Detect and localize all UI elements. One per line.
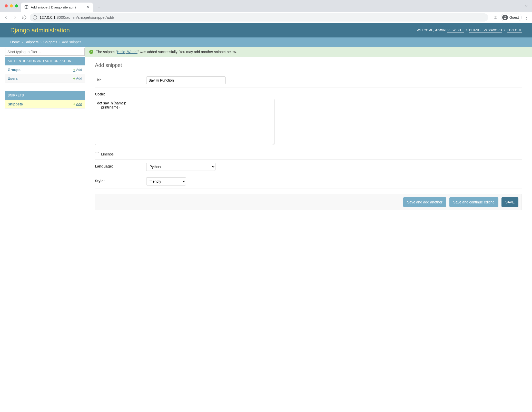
browser-chrome: Add snippet | Django site admi ✕ + i 127… xyxy=(0,0,532,23)
tab-title: Add snippet | Django site admi xyxy=(31,5,85,9)
model-link-groups[interactable]: Groups xyxy=(8,68,21,72)
field-title-row: Title: xyxy=(95,73,522,87)
snippet-form: Title: Code: def say_hi(name): print(nam… xyxy=(95,73,522,210)
language-label: Language: xyxy=(95,163,144,168)
nav-sidebar: AUTHENTICATION AND AUTHORIZATION Groups … xyxy=(0,47,85,109)
user-tools: WELCOME, ADMIN. VIEW SITE / CHANGE PASSW… xyxy=(417,28,522,32)
tabs-dropdown-icon[interactable] xyxy=(524,4,528,9)
address-bar[interactable]: i 127.0.0.1:8000/admin/snippets/snippet/… xyxy=(30,13,488,22)
check-icon: ✓ xyxy=(89,50,93,54)
change-password-link[interactable]: CHANGE PASSWORD xyxy=(469,28,502,33)
app-caption-auth[interactable]: AUTHENTICATION AND AUTHORIZATION xyxy=(5,57,85,65)
app-snippets: SNIPPETS Snippets +Add xyxy=(5,91,85,109)
page-title: Add snippet xyxy=(95,62,522,68)
style-label: Style: xyxy=(95,177,144,183)
success-message: ✓ The snippet "Hello, World!" was added … xyxy=(85,47,532,57)
model-link-users[interactable]: Users xyxy=(8,76,18,81)
window-maximize-icon[interactable] xyxy=(15,4,18,7)
globe-icon xyxy=(24,5,29,10)
back-button[interactable] xyxy=(2,14,10,21)
avatar-icon xyxy=(502,15,508,20)
tab-close-icon[interactable]: ✕ xyxy=(87,5,90,9)
save-button[interactable]: SAVE xyxy=(501,197,518,207)
language-select[interactable]: Python xyxy=(146,163,215,171)
breadcrumb-current: Add snippet xyxy=(62,40,81,44)
app-caption-snippets[interactable]: SNIPPETS xyxy=(5,91,85,100)
message-link[interactable]: Hello, World! xyxy=(117,50,137,54)
plus-icon: + xyxy=(73,76,75,81)
plus-icon: + xyxy=(73,102,75,106)
site-info-icon[interactable]: i xyxy=(33,15,37,19)
browser-toolbar: i 127.0.0.1:8000/admin/snippets/snippet/… xyxy=(0,12,532,23)
breadcrumb-home[interactable]: Home xyxy=(10,40,20,44)
breadcrumb-app[interactable]: Snippets xyxy=(25,40,38,44)
title-label: Title: xyxy=(95,76,144,82)
sidebar-filter-input[interactable] xyxy=(5,48,85,56)
reload-button[interactable] xyxy=(21,14,28,21)
code-label: Code: xyxy=(95,91,144,96)
menu-icon[interactable]: ⋮ xyxy=(523,15,530,20)
window-controls xyxy=(3,0,21,12)
svg-point-3 xyxy=(504,16,506,17)
logout-link[interactable]: LOG OUT xyxy=(507,28,522,33)
welcome-text: WELCOME, xyxy=(417,28,434,32)
model-link-snippets[interactable]: Snippets xyxy=(8,102,23,106)
sidebar-item-groups: Groups +Add xyxy=(5,65,85,74)
main-content: ✓ The snippet "Hello, World!" was added … xyxy=(85,47,532,221)
field-code-row: Code: def say_hi(name): print(name) xyxy=(95,87,522,149)
code-textarea[interactable]: def say_hi(name): print(name) xyxy=(95,99,274,145)
add-users-link[interactable]: +Add xyxy=(73,76,82,81)
breadcrumb: Home › Snippets › Snippets › Add snippet xyxy=(0,37,532,47)
view-site-link[interactable]: VIEW SITE xyxy=(447,28,464,33)
panel-icon[interactable] xyxy=(492,14,499,21)
title-input[interactable] xyxy=(146,76,226,84)
sidebar-item-users: Users +Add xyxy=(5,74,85,83)
breadcrumb-model[interactable]: Snippets xyxy=(43,40,57,44)
browser-tab[interactable]: Add snippet | Django site admi ✕ xyxy=(21,3,93,12)
window-minimize-icon[interactable] xyxy=(10,4,13,7)
forward-button[interactable] xyxy=(11,14,19,21)
window-close-icon[interactable] xyxy=(5,4,8,7)
field-language-row: Language: Python xyxy=(95,160,522,174)
submit-row: Save and add another Save and continue e… xyxy=(95,194,522,210)
profile-chip[interactable]: Guest xyxy=(501,14,522,21)
url-text: 127.0.0.1:8000/admin/snippets/snippet/ad… xyxy=(40,15,114,19)
toolbar-right: Guest ⋮ xyxy=(490,14,530,21)
save-add-another-button[interactable]: Save and add another xyxy=(403,197,446,207)
save-continue-button[interactable]: Save and continue editing xyxy=(449,197,498,207)
field-linenos-row: Linenos xyxy=(95,149,522,160)
add-groups-link[interactable]: +Add xyxy=(73,67,82,72)
linenos-label[interactable]: Linenos xyxy=(95,152,114,156)
tab-bar: Add snippet | Django site admi ✕ + xyxy=(0,0,532,12)
message-text: The snippet "Hello, World!" was added su… xyxy=(96,50,237,54)
admin-header: Django administration WELCOME, ADMIN. VI… xyxy=(0,23,532,37)
plus-icon: + xyxy=(73,67,75,72)
style-select[interactable]: friendly xyxy=(146,177,186,185)
linenos-checkbox[interactable] xyxy=(95,152,99,156)
app-auth: AUTHENTICATION AND AUTHORIZATION Groups … xyxy=(5,57,85,83)
new-tab-button[interactable]: + xyxy=(95,4,103,11)
profile-label: Guest xyxy=(509,15,519,19)
sidebar-item-snippets: Snippets +Add xyxy=(5,100,85,109)
field-style-row: Style: friendly xyxy=(95,174,522,189)
username: ADMIN xyxy=(435,28,446,32)
site-branding[interactable]: Django administration xyxy=(10,27,70,34)
add-snippets-link[interactable]: +Add xyxy=(73,102,82,106)
